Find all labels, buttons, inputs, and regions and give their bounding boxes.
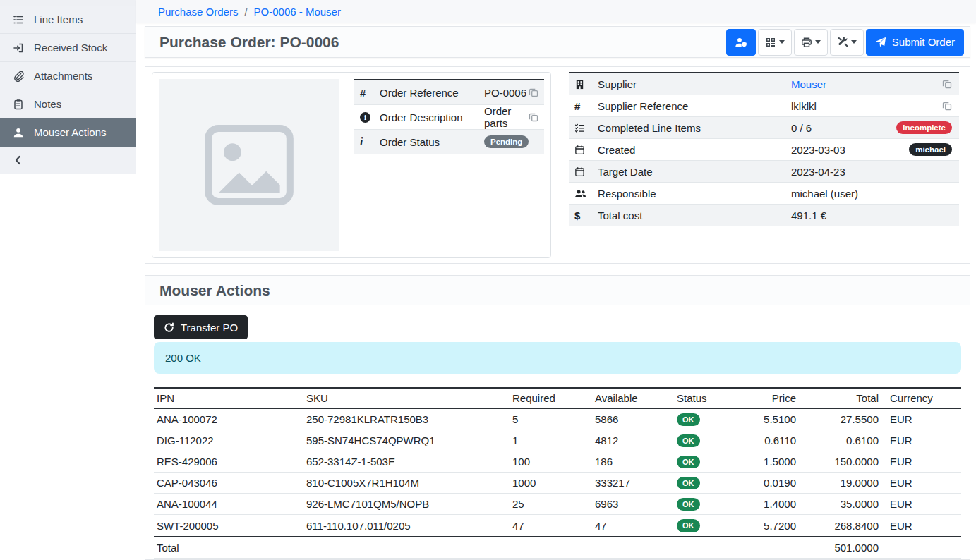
table-row: ANA-100072 250-72981KLRATR150B3 5 5866 O… — [154, 408, 961, 430]
cell-status: OK — [674, 473, 742, 494]
copy-icon — [529, 112, 538, 122]
paperclip-icon — [13, 71, 24, 82]
user-actions-button[interactable] — [726, 29, 756, 56]
table-total-row: Total 501.0000 — [154, 537, 961, 559]
cell-currency: EUR — [881, 515, 961, 537]
detail-label: Order Reference — [380, 87, 484, 99]
tools-icon — [837, 37, 848, 48]
info-icon: i — [360, 136, 380, 147]
cell-sku: 652-3314Z-1-503E — [303, 451, 510, 473]
status-badge: OK — [677, 477, 700, 489]
caret-down-icon — [779, 40, 785, 44]
sidebar-item-attachments[interactable]: Attachments — [0, 62, 136, 90]
user-icon — [13, 127, 24, 138]
submit-order-button[interactable]: Submit Order — [866, 29, 964, 56]
refresh-icon — [164, 322, 174, 333]
table-spacer — [569, 226, 959, 236]
barcode-actions-button[interactable] — [758, 29, 792, 56]
app: Line Items Received Stock Attachments No… — [0, 0, 976, 560]
dollar-icon: $ — [574, 210, 598, 221]
cell-currency: EUR — [881, 451, 961, 473]
detail-label: Responsible — [598, 188, 791, 200]
list-icon — [13, 14, 24, 25]
detail-label: Order Status — [380, 136, 484, 148]
status-badge: OK — [677, 519, 700, 532]
cell-available: 6963 — [592, 494, 674, 515]
cell-total: 35.0000 — [799, 494, 881, 515]
copy-button[interactable] — [529, 112, 538, 122]
order-actions-button[interactable] — [830, 29, 864, 56]
page-title: Purchase Order: PO-0006 — [159, 34, 339, 51]
sidebar-item-received-stock[interactable]: Received Stock — [0, 34, 136, 62]
sidebar-item-notes[interactable]: Notes — [0, 90, 136, 118]
copy-icon — [529, 87, 538, 97]
print-actions-button[interactable] — [794, 29, 828, 56]
cell-ipn: ANA-100044 — [154, 494, 303, 515]
supplier-link[interactable]: Mouser — [791, 78, 826, 90]
supplier-info-table: Supplier Mouser # Supplier Reference lkl… — [569, 72, 959, 236]
transfer-po-button[interactable]: Transfer PO — [154, 315, 248, 339]
user-badge: michael — [909, 143, 952, 157]
building-icon — [574, 79, 598, 90]
detail-value: michael (user) — [791, 188, 952, 200]
cell-currency: EUR — [881, 494, 961, 515]
breadcrumb-link-purchase-orders[interactable]: Purchase Orders — [158, 6, 238, 18]
sidebar-item-label: Line Items — [34, 13, 83, 25]
order-image-placeholder — [159, 79, 339, 251]
detail-value: 2023-04-23 — [791, 166, 952, 178]
detail-row-created: Created 2023-03-03 michael — [569, 139, 959, 161]
cell-available: 4812 — [592, 430, 674, 451]
cell-total: 0.6100 — [799, 430, 881, 451]
page-content: Purchase Order: PO-0006 — [136, 23, 976, 560]
detail-value: PO-0006 — [484, 87, 529, 99]
incomplete-badge: Incomplete — [896, 121, 952, 135]
cell-sku: 611-110.107.011/0205 — [303, 515, 510, 537]
header-total: Total — [799, 388, 881, 408]
user-shield-icon — [735, 37, 747, 48]
empty-cell — [592, 537, 674, 559]
panel-body: Transfer PO 200 OK IPN SKU Required — [145, 305, 970, 559]
sidebar-item-line-items[interactable]: Line Items — [0, 6, 136, 34]
cell-price: 5.7200 — [742, 515, 799, 537]
cell-sku: 595-SN74HCS74QPWRQ1 — [303, 430, 510, 451]
table-row: DIG-112022 595-SN74HCS74QPWRQ1 1 4812 OK… — [154, 430, 961, 451]
cell-ipn: ANA-100072 — [154, 408, 303, 430]
detail-row-completed-line-items: Completed Line Items 0 / 6 Incomplete — [569, 117, 959, 139]
detail-row-supplier-reference: # Supplier Reference lklklkl — [569, 95, 959, 117]
order-details-panel: # Order Reference PO-0006 i Order Descri… — [145, 66, 970, 264]
cell-status: OK — [674, 515, 742, 537]
cell-sku: 250-72981KLRATR150B3 — [303, 408, 510, 430]
sidebar-item-mouser-actions[interactable]: Mouser Actions — [0, 118, 136, 147]
cell-price: 1.5000 — [742, 451, 799, 473]
cell-currency: EUR — [881, 408, 961, 430]
status-badge: OK — [677, 498, 700, 511]
detail-row-order-status: i Order Status Pending — [354, 130, 544, 154]
sidebar-collapse-button[interactable] — [0, 147, 136, 174]
cell-sku: 810-C1005X7R1H104M — [303, 473, 510, 494]
detail-value: 491.1 € — [791, 209, 952, 221]
cell-currency: EUR — [881, 473, 961, 494]
breadcrumb-separator: / — [244, 6, 247, 18]
qr-code-icon — [765, 37, 776, 48]
cell-status: OK — [674, 451, 742, 473]
header-ipn: IPN — [154, 388, 303, 408]
cell-sku: 926-LMC7101QM5/NOPB — [303, 494, 510, 515]
cell-required: 1000 — [510, 473, 592, 494]
copy-button[interactable] — [942, 101, 952, 111]
header-currency: Currency — [881, 388, 961, 408]
cell-available: 186 — [592, 451, 674, 473]
copy-button[interactable] — [942, 79, 952, 89]
detail-row-supplier: Supplier Mouser — [569, 73, 959, 95]
empty-cell — [303, 537, 510, 559]
header-required: Required — [510, 388, 592, 408]
detail-label: Order Description — [380, 111, 484, 123]
table-row: RES-429006 652-3314Z-1-503E 100 186 OK 1… — [154, 451, 961, 473]
cell-required: 100 — [510, 451, 592, 473]
sign-in-icon — [13, 42, 24, 54]
chevron-left-icon — [13, 154, 24, 166]
caret-down-icon — [815, 40, 821, 44]
copy-button[interactable] — [529, 87, 538, 97]
detail-row-total-cost: $ Total cost 491.1 € — [569, 205, 959, 226]
breadcrumb: Purchase Orders / PO-0006 - Mouser — [136, 0, 976, 23]
breadcrumb-link-current-order[interactable]: PO-0006 - Mouser — [254, 6, 341, 18]
